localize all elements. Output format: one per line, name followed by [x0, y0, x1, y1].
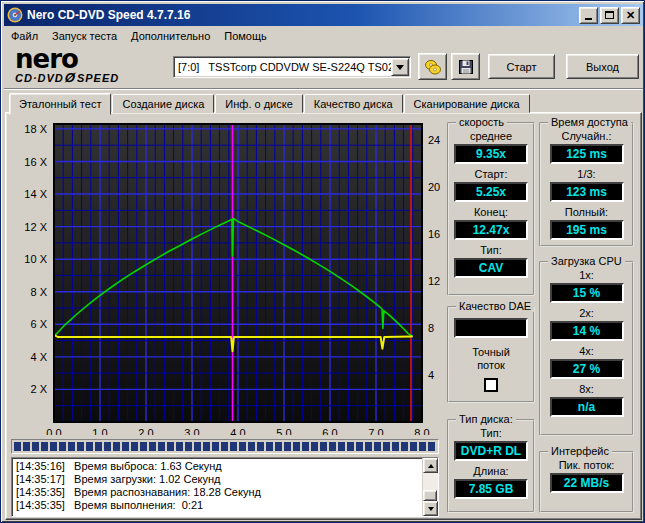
field-value-display: 5.25x — [454, 182, 528, 202]
discs-icon — [424, 58, 442, 76]
field-value-display: 14 % — [550, 321, 624, 341]
minimize-icon — [585, 18, 592, 20]
drive-select-value: [7:0] TSSTcorp CDDVDW SE-S224Q TS02 — [174, 61, 391, 73]
svg-text:10 X: 10 X — [24, 253, 47, 265]
eject-discs-button[interactable] — [418, 53, 447, 80]
tab-3[interactable]: Качество диска — [304, 94, 403, 113]
svg-text:8.0: 8.0 — [414, 427, 429, 435]
start-button[interactable]: Старт — [488, 54, 555, 79]
nero-logo: nero CD·DVDØSPEED — [15, 48, 165, 85]
svg-text:3.0: 3.0 — [184, 427, 199, 435]
field-value-display: 7.85 GB — [454, 479, 528, 499]
app-window: Nero CD-DVD Speed 4.7.7.16 ✕ ФайлЗапуск … — [0, 0, 645, 523]
svg-text:4.0: 4.0 — [230, 427, 245, 435]
save-button[interactable] — [451, 53, 480, 80]
panel-dae-title: Качество DAE — [456, 300, 534, 312]
field-value-display: 125 ms — [550, 144, 624, 164]
svg-text:6.0: 6.0 — [322, 427, 337, 435]
svg-text:16 X: 16 X — [24, 156, 47, 168]
field-label: 2x: — [579, 307, 594, 319]
test-log: [14:35:16] Время выброса: 1.63 Секунд[14… — [11, 457, 439, 517]
svg-text:0.0: 0.0 — [46, 427, 61, 435]
tab-4[interactable]: Сканирование диска — [404, 94, 530, 113]
field-value-display: n/a — [550, 397, 624, 417]
svg-text:12: 12 — [428, 275, 440, 287]
menu-item-2[interactable]: Дополнительно — [124, 28, 217, 44]
field-label: Случайн.: — [561, 130, 611, 142]
field-value-display: 123 ms — [550, 182, 624, 202]
close-button[interactable]: ✕ — [621, 7, 640, 24]
app-icon — [7, 7, 23, 23]
log-scrollbar[interactable] — [422, 458, 438, 516]
svg-text:2.0: 2.0 — [138, 427, 153, 435]
log-lines: [14:35:16] Время выброса: 1.63 Секунд[14… — [12, 458, 422, 516]
maximize-icon — [605, 11, 614, 19]
field-value-display: CAV — [454, 258, 528, 278]
svg-text:4: 4 — [428, 369, 434, 381]
tab-bar: Эталонный тестСоздание дискаИнф. о диске… — [9, 93, 531, 113]
panel-cpu-load-title: Загрузка CPU — [548, 255, 625, 267]
toolbar-separator — [4, 88, 643, 90]
log-line: [14:35:35] Время распознавания: 18.28 Се… — [16, 486, 422, 499]
field-value-display: 9.35x — [454, 144, 528, 164]
field-value-display: 22 MB/s — [550, 473, 624, 493]
field-label: Полный: — [565, 206, 608, 218]
tab-2[interactable]: Инф. о диске — [215, 94, 302, 113]
field-value-display: 15 % — [550, 283, 624, 303]
svg-text:4 X: 4 X — [30, 351, 47, 363]
titlebar[interactable]: Nero CD-DVD Speed 4.7.7.16 ✕ — [4, 4, 643, 26]
panel-interface: Интерфейс Пик. поток:22 MB/s — [539, 451, 634, 513]
menu-item-1[interactable]: Запуск теста — [45, 28, 124, 44]
field-label: 1/3: — [577, 168, 595, 180]
svg-text:8: 8 — [428, 322, 434, 334]
chevron-down-icon — [396, 65, 404, 70]
svg-text:14 X: 14 X — [24, 188, 47, 200]
tab-1[interactable]: Создание диска — [112, 94, 214, 113]
scroll-down-button[interactable] — [423, 501, 438, 516]
log-line: [14:35:35] Время выполнения: 0:21 — [16, 499, 422, 512]
svg-text:16: 16 — [428, 228, 440, 240]
svg-text:7.0: 7.0 — [368, 427, 383, 435]
field-value-display: 12.47x — [454, 220, 528, 240]
svg-text:18 X: 18 X — [24, 123, 47, 135]
disc-glyph-icon: Ø — [63, 70, 78, 85]
field-label: Тип: — [480, 244, 501, 256]
menu-item-0[interactable]: Файл — [4, 28, 45, 44]
field-value-display: 195 ms — [550, 220, 624, 240]
close-icon: ✕ — [626, 10, 635, 21]
progress-fill — [14, 442, 436, 451]
panel-dae: Качество DAE Точный поток — [447, 306, 535, 403]
menu-item-3[interactable]: Помощь — [217, 28, 274, 44]
window-title: Nero CD-DVD Speed 4.7.7.16 — [27, 8, 579, 22]
accurate-stream-checkbox[interactable] — [484, 378, 498, 392]
svg-text:2 X: 2 X — [30, 383, 47, 395]
svg-text:20: 20 — [428, 181, 440, 193]
panel-disc-type-title: Тип диска: — [456, 413, 516, 425]
scroll-up-button[interactable] — [423, 458, 438, 473]
svg-text:6 X: 6 X — [30, 318, 47, 330]
progress-bar — [11, 439, 439, 454]
speed-chart: 2 X4 X6 X8 X10 X12 X14 X16 X18 X48121620… — [9, 115, 443, 435]
field-label: Конец: — [474, 206, 508, 218]
floppy-icon — [458, 59, 474, 75]
panel-cpu-load: Загрузка CPU 1x:15 %2x:14 %4x:27 %8x:n/a — [539, 261, 634, 436]
panel-access-time: Время доступа Случайн.:125 ms1/3:123 msП… — [539, 122, 634, 247]
field-label: Старт: — [475, 168, 508, 180]
maximize-button[interactable] — [600, 7, 619, 24]
svg-text:8 X: 8 X — [30, 286, 47, 298]
log-line: [14:35:16] Время выброса: 1.63 Секунд — [16, 460, 422, 473]
drive-select[interactable]: [7:0] TSSTcorp CDDVDW SE-S224Q TS02 — [173, 56, 411, 78]
minimize-button[interactable] — [579, 7, 598, 24]
svg-text:12 X: 12 X — [24, 221, 47, 233]
nero-logo-subtext: CD·DVDØSPEED — [15, 70, 165, 85]
drive-select-dropdown-button[interactable] — [391, 58, 409, 76]
exit-button[interactable]: Выход — [566, 54, 639, 79]
field-label: 8x: — [579, 383, 594, 395]
field-value-display: 27 % — [550, 359, 624, 379]
dae-quality-display — [454, 318, 528, 338]
tab-0[interactable]: Эталонный тест — [9, 93, 111, 115]
scrollbar-thumb[interactable] — [423, 490, 437, 501]
field-label: Длина: — [473, 465, 508, 477]
scrollbar-track[interactable] — [423, 473, 438, 501]
panel-interface-title: Интерфейс — [548, 445, 612, 457]
